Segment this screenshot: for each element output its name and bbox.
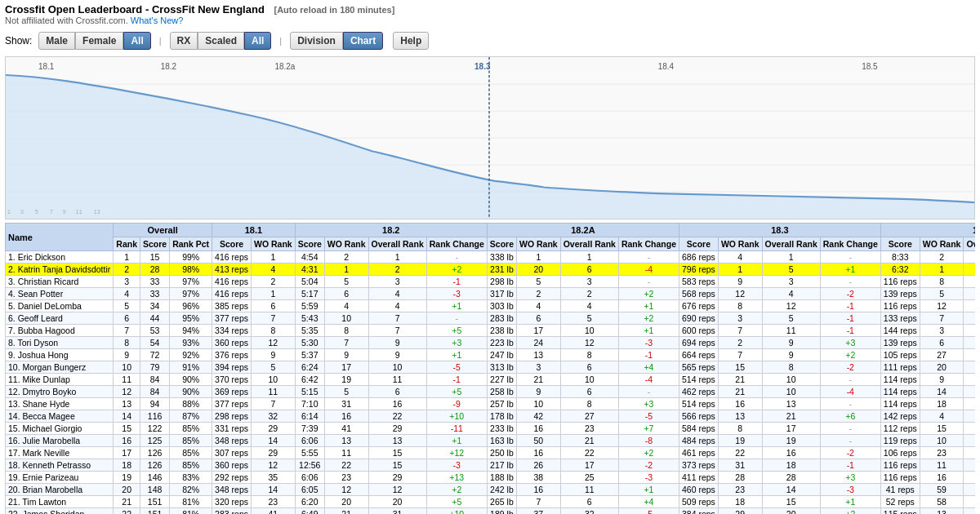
table-cell: 11 bbox=[560, 484, 618, 496]
table-cell: -3 bbox=[820, 484, 880, 496]
table-cell: 79 bbox=[140, 361, 169, 374]
table-cell: 16 bbox=[368, 398, 426, 410]
table-cell: - bbox=[820, 251, 880, 264]
table-cell: 416 reps bbox=[212, 276, 252, 288]
table-cell: 23 bbox=[560, 423, 618, 435]
table-cell: -2 bbox=[820, 447, 880, 459]
table-cell: 8 bbox=[251, 325, 295, 337]
sub-182-wo: WO Rank bbox=[324, 237, 368, 251]
table-cell: 11 bbox=[920, 459, 964, 472]
table-cell: 514 reps bbox=[679, 374, 719, 386]
sub-182-ov: Overall Rank bbox=[368, 237, 426, 251]
table-cell: 15 bbox=[920, 423, 964, 435]
btn-gender-all[interactable]: All bbox=[123, 32, 150, 50]
separator-2: | bbox=[279, 36, 282, 46]
table-cell: 9 bbox=[762, 337, 820, 349]
sub-182a-score: Score bbox=[487, 237, 516, 251]
table-cell: 11 bbox=[762, 325, 820, 337]
table-cell: 348 reps bbox=[212, 484, 252, 496]
table-cell: -5 bbox=[426, 361, 487, 374]
table-cell: 114 reps bbox=[880, 386, 920, 398]
table-cell: 97% bbox=[170, 276, 212, 288]
table-cell: 7 bbox=[920, 312, 964, 325]
table-cell: +1 bbox=[426, 300, 487, 312]
table-cell: 50 bbox=[517, 435, 561, 447]
table-cell: 223 lb bbox=[487, 337, 516, 349]
table-cell: -2 bbox=[820, 361, 880, 374]
table-cell: 7:10 bbox=[295, 398, 324, 410]
table-cell: 13 bbox=[517, 349, 561, 361]
toolbar: Show: Male Female All | RX Scaled All | … bbox=[0, 29, 980, 53]
btn-division[interactable]: Division bbox=[290, 32, 343, 50]
table-row: 9. Joshua Hong97292%376 reps95:3799+1247… bbox=[6, 349, 976, 361]
view-btn-group: Division Chart bbox=[290, 32, 383, 50]
table-cell: 144 reps bbox=[880, 325, 920, 337]
sub-pct: Rank Pct bbox=[170, 237, 212, 251]
table-cell: 12. Dmytro Boyko bbox=[6, 386, 114, 398]
table-cell: 3 bbox=[560, 276, 618, 288]
table-cell: 14 bbox=[964, 447, 975, 459]
col-overall: Overall bbox=[114, 224, 212, 237]
table-cell: -1 bbox=[820, 300, 880, 312]
table-cell: 6:06 bbox=[295, 435, 324, 447]
table-cell: 20 bbox=[324, 496, 368, 508]
btn-chart[interactable]: Chart bbox=[343, 32, 383, 50]
table-cell: - bbox=[820, 374, 880, 386]
table-cell: 7 bbox=[517, 496, 561, 508]
table-cell: 3 bbox=[964, 276, 975, 288]
table-cell: 11 bbox=[251, 386, 295, 398]
table-cell: +5 bbox=[426, 496, 487, 508]
table-cell: 8 bbox=[560, 398, 618, 410]
table-cell: 3 bbox=[920, 325, 964, 337]
table-cell: 15 bbox=[368, 459, 426, 472]
table-cell: 6 bbox=[560, 386, 618, 398]
table-cell: 5. Daniel DeLomba bbox=[6, 300, 114, 312]
table-cell: 8 bbox=[718, 300, 762, 312]
sub-181-score: Score bbox=[212, 237, 252, 251]
table-cell: 7:39 bbox=[295, 423, 324, 435]
table-cell: 377 reps bbox=[212, 312, 252, 325]
table-cell: 21 bbox=[964, 472, 975, 484]
table-cell: 10 bbox=[517, 398, 561, 410]
table-cell: 94 bbox=[140, 398, 169, 410]
btn-rx-all[interactable]: All bbox=[244, 32, 271, 50]
table-cell: 5:15 bbox=[295, 386, 324, 398]
table-cell: 20. Brian Marobella bbox=[6, 484, 114, 496]
table-cell: 85% bbox=[170, 423, 212, 435]
sub-score: Score bbox=[140, 237, 169, 251]
table-row: 13. Shane Hyde139488%377 reps77:103116-9… bbox=[6, 398, 976, 410]
whats-new-link[interactable]: What's New? bbox=[131, 16, 183, 25]
col-184: 18.4 bbox=[880, 224, 975, 237]
btn-male[interactable]: Male bbox=[38, 32, 75, 50]
table-cell: -1 bbox=[618, 349, 679, 361]
table-cell: 2 bbox=[964, 288, 975, 300]
table-cell: 313 lb bbox=[487, 361, 516, 374]
svg-text:18.5: 18.5 bbox=[862, 61, 878, 72]
table-cell: 116 bbox=[140, 410, 169, 423]
table-row: 3. Christian Ricard33397%416 reps25:0453… bbox=[6, 276, 976, 288]
table-cell: 413 reps bbox=[212, 264, 252, 276]
table-cell: 384 reps bbox=[679, 508, 719, 515]
sub-183-ch: Rank Change bbox=[820, 237, 880, 251]
table-cell: 90% bbox=[170, 386, 212, 398]
table-cell: 2 bbox=[324, 251, 368, 264]
sub-rank: Rank bbox=[114, 237, 140, 251]
btn-rx[interactable]: RX bbox=[170, 32, 198, 50]
table-cell: 122 bbox=[140, 423, 169, 435]
btn-female[interactable]: Female bbox=[75, 32, 123, 50]
table-cell: 6 bbox=[114, 312, 140, 325]
table-cell: 11 bbox=[324, 447, 368, 459]
table-cell: 12 bbox=[718, 288, 762, 300]
btn-help[interactable]: Help bbox=[393, 32, 429, 50]
table-cell: 142 reps bbox=[880, 410, 920, 423]
table-cell: 317 lb bbox=[487, 288, 516, 300]
table-cell: 8 bbox=[718, 423, 762, 435]
table-cell: 8 bbox=[920, 276, 964, 288]
svg-text:18.4: 18.4 bbox=[658, 61, 675, 72]
table-cell: 24 bbox=[517, 337, 561, 349]
table-cell: 9 bbox=[964, 386, 975, 398]
table-cell: 370 reps bbox=[212, 374, 252, 386]
table-cell: - bbox=[820, 398, 880, 410]
btn-scaled[interactable]: Scaled bbox=[198, 32, 244, 50]
sub-184-wo: WO Rank bbox=[920, 237, 964, 251]
